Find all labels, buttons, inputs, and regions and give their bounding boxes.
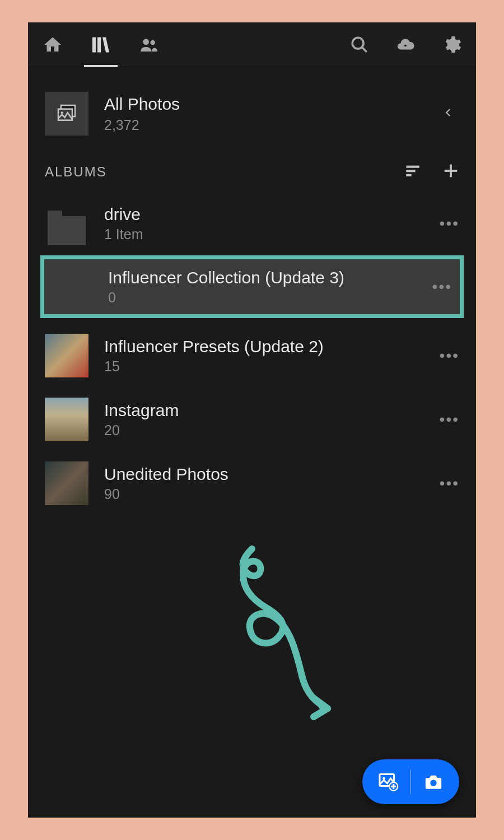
sort-icon[interactable] [403,163,422,181]
camera-icon[interactable] [422,772,445,791]
all-photos-title: All Photos [104,95,422,114]
album-row-unedited[interactable]: Unedited Photos 90 ••• [28,451,476,515]
home-icon[interactable] [40,32,65,57]
svg-rect-10 [406,166,419,168]
svg-rect-12 [406,174,411,176]
more-options-icon[interactable]: ••• [432,278,452,296]
svg-line-5 [362,47,367,52]
albums-label: ALBUMS [45,164,107,180]
album-count: 20 [104,422,459,438]
top-nav-bar [28,22,476,67]
folder-icon [45,202,88,245]
album-count: 90 [104,486,459,502]
more-options-icon[interactable]: ••• [440,214,459,232]
svg-point-20 [430,780,436,786]
album-list: drive 1 Item ••• Influencer Collection (… [28,192,476,515]
more-options-icon[interactable]: ••• [440,410,459,428]
all-photos-row[interactable]: All Photos 2,372 [28,67,476,149]
albums-section-header: ALBUMS [28,149,476,192]
album-count: 0 [108,290,455,306]
svg-rect-0 [92,37,96,52]
more-options-icon[interactable]: ••• [440,474,459,492]
all-photos-count: 2,372 [104,117,422,133]
add-image-icon[interactable] [377,772,399,792]
album-title: Influencer Presets (Update 2) [104,337,459,356]
top-nav-left [40,32,161,57]
svg-rect-8 [58,109,72,120]
svg-point-4 [352,38,363,49]
album-row-influencer-presets[interactable]: Influencer Presets (Update 2) 15 ••• [28,324,476,388]
album-thumb [45,461,88,505]
svg-point-9 [61,111,63,114]
album-row-influencer-collection[interactable]: Influencer Collection (Update 3) 0 ••• [40,255,464,318]
svg-rect-11 [406,170,415,172]
album-count: 15 [104,358,459,375]
fab-divider [410,769,412,794]
more-options-icon[interactable]: ••• [440,347,459,365]
fab-add-photo [362,759,460,804]
album-title: drive [104,205,459,224]
album-title: Instagram [104,401,459,420]
album-thumb [45,334,88,377]
search-icon[interactable] [347,32,372,57]
add-album-icon[interactable] [442,162,459,181]
settings-gear-icon[interactable] [439,32,464,57]
album-count: 1 Item [104,226,459,242]
svg-rect-1 [97,37,101,52]
annotation-arrow [213,543,342,722]
all-photos-thumb [45,92,88,136]
app-frame: All Photos 2,372 ALBUMS drive 1 Item [28,22,476,818]
svg-point-6 [404,44,407,46]
album-title: Unedited Photos [104,465,459,484]
library-icon[interactable] [88,32,113,57]
albums-actions [403,162,459,181]
svg-point-2 [143,39,149,45]
album-row-instagram[interactable]: Instagram 20 ••• [28,388,476,451]
chevron-left-icon[interactable] [438,99,459,129]
top-nav-right [347,32,464,57]
album-thumb [45,398,88,441]
all-photos-text: All Photos 2,372 [104,95,422,133]
cloud-sync-icon[interactable] [393,32,418,57]
shared-icon[interactable] [137,32,161,57]
svg-point-3 [150,40,155,45]
album-row-drive[interactable]: drive 1 Item ••• [28,192,476,255]
album-title: Influencer Collection (Update 3) [108,268,455,287]
